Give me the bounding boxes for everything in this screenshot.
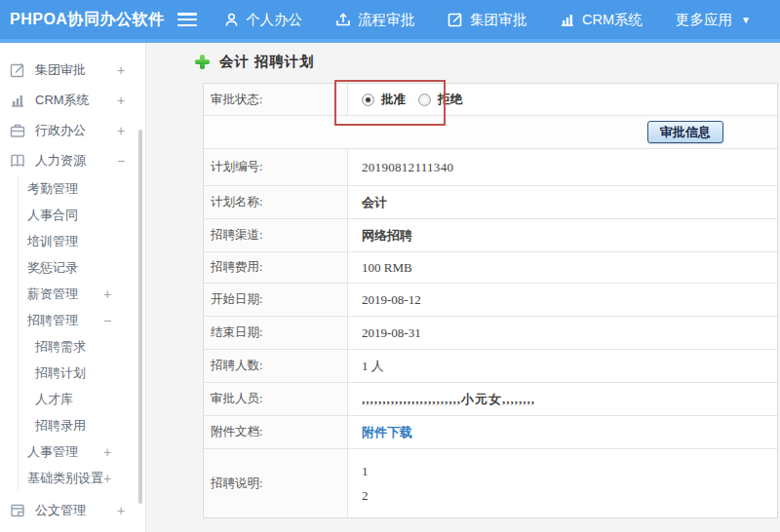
top-nav: 个人办公 流程审批 集团审批 CRM系统 更多应用 ▼ [224,11,751,29]
row-label: 招聘费用: [204,252,348,283]
sidebar-item-training[interactable]: 培训管理 [19,228,145,254]
row-value: ,,,,,,,,,,,,,,,,,,,,,,,,小元女,,,,,,,, [348,383,777,415]
row-label: 计划名称: [204,186,348,218]
nav-label: 更多应用 [676,11,732,29]
expand-icon[interactable]: + [103,444,111,460]
nav-flow-approval[interactable]: 流程审批 [335,11,414,29]
table-row-start-date: 开始日期: 2019-08-12 [204,284,777,317]
book-icon [10,153,26,169]
table-row-recruit-cost: 招聘费用: 100 RMB [204,252,777,284]
sidebar-label: 人才库 [35,391,73,408]
expand-icon[interactable]: + [117,93,125,108]
row-label: 计划编号: [204,149,348,185]
sidebar-item-base-category[interactable]: 基础类别设置 + [19,465,145,491]
table-row-plan-name: 计划名称: 会计 [204,186,777,219]
sidebar-item-attendance[interactable]: 考勤管理 [19,175,145,202]
description-lines: 1 2 [348,452,369,515]
sidebar-label: CRM系统 [35,92,90,109]
row-label: 开始日期: [204,284,348,316]
row-label: 招聘渠道: [204,219,348,251]
nav-group-approval[interactable]: 集团审批 [448,11,526,29]
radio-approve-label: 批准 [381,92,406,108]
expand-icon[interactable]: − [103,313,111,328]
sidebar-item-document-mgmt[interactable]: 公文管理 + [0,495,145,525]
attachment-download-link[interactable]: 附件下载 [362,424,412,441]
row-label: 附件文档: [204,416,348,448]
menu-icon[interactable] [177,13,197,26]
table-row-plan-number: 计划编号: 20190812111340 [204,149,777,186]
top-bar: PHPOA协同办公软件 个人办公 流程审批 集团审批 CRM系统 [0,0,780,39]
briefcase-icon [10,123,26,138]
table-row-attachment: 附件文档: 附件下载 [204,416,777,449]
sidebar-item-vehicle-mgmt[interactable]: 用车管理 + [0,525,145,532]
app-title: PHPOA协同办公软件 [0,10,177,30]
recruit-plan-detail-table: 审批状态: 批准 拒绝 审批信息 计划编号: 201 [203,83,778,518]
row-label: 结束日期: [204,317,348,349]
sidebar: 集团审批 + CRM系统 + 行政办公 + 人力资源 − 考勤管理 人事合同 培… [0,43,146,532]
row-value: 20190812111340 [348,149,777,185]
sidebar-item-recruit-mgmt[interactable]: 招聘管理 − [19,307,145,333]
caret-down-icon: ▼ [741,15,751,25]
description-line: 2 [362,488,369,504]
sidebar-label: 人事管理 [27,443,78,461]
row-value: 会计 [348,186,777,218]
table-row-approve-button: 审批信息 [204,116,777,149]
radio-approve[interactable]: 批准 [362,92,406,108]
edit-square-icon [448,12,463,27]
expand-icon[interactable]: − [117,153,125,169]
expand-icon[interactable]: + [103,286,111,302]
table-row-description: 招聘说明: 1 2 [204,449,777,517]
sidebar-label: 行政办公 [35,122,86,139]
sidebar-item-rewards[interactable]: 奖惩记录 [19,254,145,281]
sidebar-item-hr-contract[interactable]: 人事合同 [19,202,145,228]
hr-submenu: 考勤管理 人事合同 培训管理 奖惩记录 薪资管理 + 招聘管理 − 招聘需求 招… [18,175,145,491]
flow-approve-icon [335,12,351,27]
document-icon [10,503,26,518]
sidebar-label: 集团审批 [35,61,86,79]
description-line: 1 [362,464,369,479]
sidebar-item-recruit-hire[interactable]: 招聘录用 [19,412,145,438]
sidebar-item-group-approval[interactable]: 集团审批 + [0,55,145,85]
row-label: 招聘人数: [204,350,348,382]
main-content: 会计 招聘计划 审批状态: 批准 拒绝 审批信息 [147,43,780,532]
expand-icon[interactable]: + [103,471,111,486]
nav-personal-office[interactable]: 个人办公 [224,11,302,29]
page-title: 会计 招聘计划 [219,53,315,71]
table-row-recruit-channel: 招聘渠道: 网络招聘 [204,219,777,252]
sidebar-item-recruit-plan[interactable]: 招聘计划 [19,360,145,386]
sidebar-item-crm[interactable]: CRM系统 + [0,85,145,115]
expand-icon[interactable]: + [117,503,125,518]
radio-reject-button[interactable] [418,94,431,106]
sidebar-item-recruit-demand[interactable]: 招聘需求 [19,333,145,360]
radio-reject[interactable]: 拒绝 [418,92,462,108]
nav-more-apps[interactable]: 更多应用 ▼ [676,11,751,29]
sidebar-label: 培训管理 [27,233,78,250]
sidebar-item-talent-pool[interactable]: 人才库 [19,386,145,412]
sidebar-label: 薪资管理 [27,285,78,303]
approval-status-radio-group: 批准 拒绝 [362,92,462,108]
sidebar-label: 基础类别设置 [27,470,103,487]
bar-chart-icon [10,93,26,108]
table-row-approvers: 审批人员: ,,,,,,,,,,,,,,,,,,,,,,,,小元女,,,,,,,… [204,383,777,416]
sidebar-item-hr[interactable]: 人力资源 − [0,145,145,175]
table-row-headcount: 招聘人数: 1 人 [204,350,777,383]
sidebar-label: 奖惩记录 [27,259,78,277]
nav-label: 集团审批 [470,11,526,29]
sidebar-item-salary[interactable]: 薪资管理 + [19,281,145,307]
sidebar-item-personnel-mgmt[interactable]: 人事管理 + [19,438,145,465]
nav-label: 个人办公 [246,11,302,29]
person-icon [224,12,239,27]
sidebar-scrollbar[interactable] [138,130,142,504]
approve-info-button[interactable]: 审批信息 [647,121,723,143]
radio-approve-button[interactable] [362,94,374,106]
row-value: 2019-08-31 [348,317,777,349]
add-plus-icon[interactable] [195,55,210,69]
nav-crm[interactable]: CRM系统 [560,11,643,29]
expand-icon[interactable]: + [117,62,125,78]
table-row-end-date: 结束日期: 2019-08-31 [204,317,777,350]
expand-icon[interactable]: + [117,123,125,138]
sidebar-label: 招聘录用 [35,417,86,435]
row-label: 审批人员: [204,383,348,415]
sidebar-item-admin-office[interactable]: 行政办公 + [0,115,145,145]
row-label: 审批状态: [204,84,348,115]
